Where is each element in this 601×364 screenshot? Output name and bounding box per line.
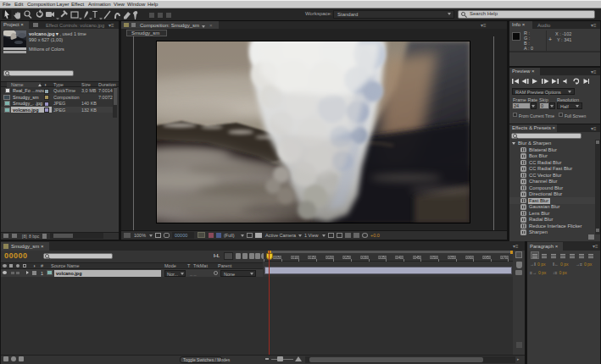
svg-text:T: T <box>92 10 97 19</box>
